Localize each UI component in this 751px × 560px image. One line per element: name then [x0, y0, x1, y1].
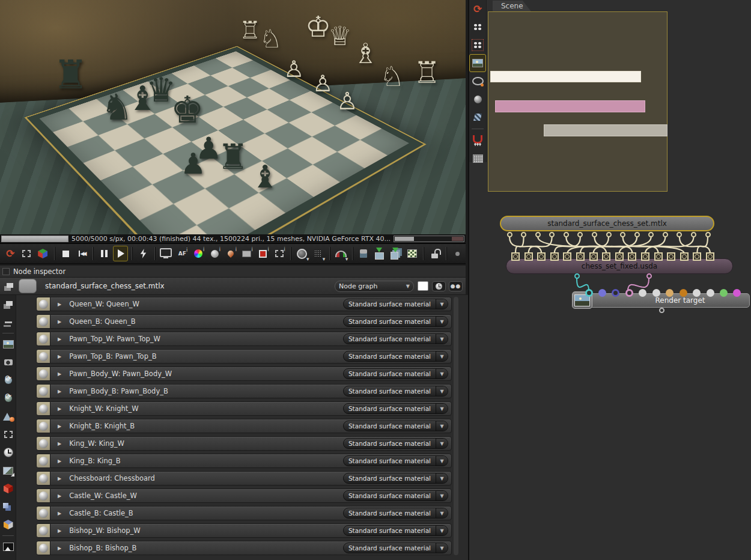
render-port[interactable] — [585, 289, 593, 297]
panel-handle-icon[interactable] — [2, 268, 10, 275]
expand-arrow-icon[interactable]: ▶ — [58, 511, 61, 516]
history-button[interactable] — [432, 281, 446, 291]
dropdown-arrow-icon[interactable]: ▼ — [436, 299, 448, 309]
material-row[interactable]: ▶Pawn_Top_B: Pawn_Top_BStandard surface … — [36, 349, 452, 364]
material-row[interactable]: ▶Pawn_Body_W: Pawn_Body_WStandard surfac… — [36, 367, 452, 381]
material-output-port[interactable] — [620, 232, 625, 237]
save-image-button[interactable] — [372, 246, 387, 261]
material-row[interactable]: ▶Bishop_W: Bishop_WStandard surface mate… — [36, 523, 452, 538]
play-render-button[interactable] — [113, 246, 128, 261]
geometry-input-port[interactable] — [615, 252, 624, 261]
material-row[interactable]: ▶Queen_W: Queen_WStandard surface materi… — [36, 297, 452, 311]
orbit-view-button[interactable] — [0, 389, 16, 407]
dropdown-arrow-icon[interactable]: ▼ — [436, 352, 448, 361]
material-row[interactable]: ▶Castle_B: Castle_BStandard surface mate… — [36, 506, 452, 520]
expand-arrow-icon[interactable]: ▶ — [58, 319, 61, 324]
render-port[interactable] — [707, 289, 714, 297]
white-point-button[interactable] — [223, 246, 239, 261]
textured-display-button[interactable] — [0, 516, 16, 534]
auto-focus-button[interactable] — [175, 246, 190, 261]
geometry-input-port[interactable] — [589, 252, 598, 261]
material-output-port[interactable] — [507, 232, 512, 237]
material-type-dropdown[interactable]: Standard surface material▼ — [343, 333, 448, 344]
frame-view-button[interactable] — [0, 425, 16, 443]
expand-arrow-icon[interactable]: ▶ — [58, 441, 61, 446]
eye-sample-button[interactable] — [469, 72, 486, 90]
render-region-button[interactable] — [255, 246, 270, 261]
scene-object-bar[interactable] — [495, 100, 645, 112]
geometry-input-port[interactable] — [524, 252, 533, 261]
dropdown-arrow-icon[interactable]: ▼ — [436, 543, 448, 553]
material-row[interactable]: ▶Bishop_B: Bishop_BStandard surface mate… — [36, 541, 452, 555]
material-row[interactable]: ▶King_W: King_WStandard surface material… — [36, 436, 452, 451]
geometry-input-port[interactable] — [654, 252, 663, 261]
dropdown-arrow-icon[interactable]: ▼ — [436, 508, 448, 518]
histogram-button[interactable] — [0, 538, 16, 556]
time-view-button[interactable] — [0, 443, 16, 461]
geometry-input-port[interactable] — [706, 252, 714, 261]
material-type-dropdown[interactable]: Standard surface material▼ — [343, 525, 448, 536]
material-type-dropdown[interactable]: Standard surface material▼ — [343, 455, 448, 466]
dropdown-arrow-icon[interactable]: ▼ — [436, 317, 448, 326]
material-row[interactable]: ▶Queen_B: Queen_BStandard surface materi… — [36, 314, 452, 329]
expand-arrow-icon[interactable]: ▶ — [58, 546, 61, 551]
geometry-input-port[interactable] — [602, 252, 610, 261]
material-row[interactable]: ▶King_B: King_BStandard surface material… — [36, 454, 452, 468]
save-all-images-button[interactable] — [388, 246, 403, 261]
dropdown-arrow-icon[interactable]: ▼ — [436, 334, 448, 344]
save-snapshot-button[interactable] — [404, 246, 419, 261]
render-port[interactable] — [680, 289, 687, 297]
fit-view-button[interactable] — [19, 246, 34, 261]
material-type-dropdown[interactable]: Standard surface material▼ — [343, 473, 448, 484]
geometry-input-port[interactable] — [680, 252, 689, 261]
panel-cascade-button[interactable] — [0, 295, 16, 313]
material-type-dropdown[interactable]: Standard surface material▼ — [343, 490, 448, 501]
geometry-input-port[interactable] — [550, 252, 559, 261]
dropdown-arrow-icon[interactable]: ▼ — [436, 473, 448, 483]
dropdown-arrow-icon[interactable]: ▼ — [436, 456, 448, 466]
expand-arrow-icon[interactable]: ▶ — [58, 528, 61, 534]
stop-render-button[interactable] — [58, 246, 73, 261]
geometry-view-button[interactable] — [0, 407, 16, 425]
material-row[interactable]: ▶Knight_B: Knight_BStandard surface mate… — [36, 419, 452, 433]
scene-graph-panel[interactable] — [488, 11, 667, 192]
material-type-dropdown[interactable]: Standard surface material▼ — [343, 368, 448, 379]
geometry-output-port[interactable] — [646, 273, 652, 279]
geometry-input-port[interactable] — [537, 252, 546, 261]
geometry-input-port[interactable] — [641, 252, 649, 261]
scene-object-bar[interactable] — [490, 71, 641, 82]
material-type-dropdown[interactable]: Standard surface material▼ — [343, 386, 448, 397]
tab-scene[interactable]: Scene — [493, 1, 531, 11]
material-row[interactable]: ▶Knight_W: Knight_WStandard surface mate… — [36, 401, 452, 416]
rotate-view-button[interactable] — [0, 371, 16, 389]
expand-arrow-icon[interactable]: ▶ — [58, 493, 61, 499]
material-sphere-button[interactable] — [469, 90, 486, 108]
material-type-dropdown[interactable]: Standard surface material▼ — [343, 508, 448, 519]
light-burst-button[interactable] — [0, 556, 16, 560]
restart-render-button[interactable] — [74, 246, 90, 261]
dropdown-arrow-icon[interactable]: ▼ — [436, 404, 448, 413]
camera-view-button[interactable] — [0, 353, 16, 371]
material-node[interactable]: standard_surface_chess_set.mtlx — [500, 216, 714, 231]
solid-display-button[interactable] — [0, 479, 16, 498]
sync-scene-button[interactable] — [469, 0, 486, 18]
expand-arrow-icon[interactable]: ▶ — [58, 302, 61, 307]
material-row[interactable]: ▶Castle_W: Castle_WStandard surface mate… — [36, 488, 452, 503]
render-port[interactable] — [652, 289, 660, 297]
render-viewport[interactable]: ♜♞♝♛♚♟♜♟♝♖♘♔♕♗♙♙♘♖♙ — [0, 0, 466, 234]
render-output-port[interactable] — [659, 308, 664, 313]
material-row[interactable]: ▶Pawn_Top_W: Pawn_Top_WStandard surface … — [36, 332, 452, 346]
material-output-port[interactable] — [634, 232, 640, 237]
dropdown-arrow-icon[interactable]: ▼ — [436, 421, 448, 431]
material-type-dropdown[interactable]: Standard surface material▼ — [343, 438, 448, 449]
scene-object-bar[interactable] — [544, 124, 667, 136]
dropdown-arrow-icon[interactable]: ▼ — [436, 491, 448, 501]
material-output-port[interactable] — [521, 232, 526, 237]
render-port[interactable] — [598, 289, 606, 297]
dropdown-arrow-icon[interactable]: ▼ — [436, 386, 448, 396]
material-output-port[interactable] — [535, 232, 541, 237]
render-port[interactable] — [720, 289, 728, 297]
instances-display-button[interactable] — [0, 498, 16, 516]
expand-arrow-icon[interactable]: ▶ — [58, 406, 61, 412]
grid-table-button[interactable] — [469, 150, 486, 168]
